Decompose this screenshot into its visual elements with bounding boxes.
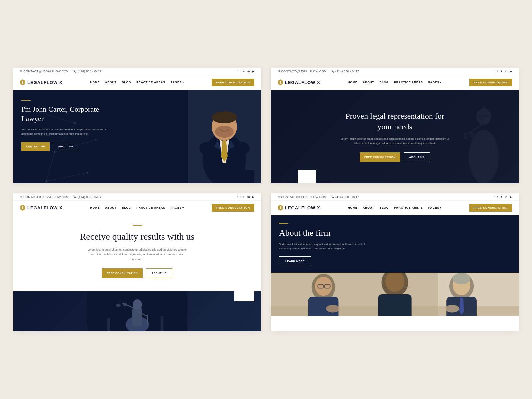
white-accent-block-3 <box>234 291 254 301</box>
hero-desc-3: Lorem ipsum dolor sit amet, consectetur … <box>87 247 187 262</box>
email-link-2[interactable]: ✉ CONTACT@LEGALFLOW.COM <box>278 70 327 73</box>
svg-point-19 <box>215 126 234 138</box>
top-bar-left-4: ✉ CONTACT@LEGALFLOW.COM 📞 (414) 850 - 04… <box>278 195 359 199</box>
nav-cta-3[interactable]: FREE CONSULTATION <box>212 204 254 212</box>
nav-practice-4[interactable]: PRACTICE AREAS <box>394 206 423 209</box>
nav-home-4[interactable]: HOME <box>348 206 358 209</box>
photo-section-4 <box>271 273 519 316</box>
svg-rect-25 <box>280 81 281 84</box>
instagram-icon-3[interactable]: ✦ <box>243 195 245 199</box>
twitter-icon-1[interactable]: t <box>240 70 241 73</box>
twitter-icon-2[interactable]: t <box>497 70 498 73</box>
linkedin-icon-3[interactable]: in <box>247 195 250 199</box>
logo-icon-3 <box>20 204 25 211</box>
nav-blog-3[interactable]: BLOG <box>122 206 131 209</box>
nav-pages-4[interactable]: PAGES ▾ <box>428 206 442 209</box>
statue-bg-3 <box>13 291 261 331</box>
nav-links-1: HOME ABOUT BLOG PRACTICE AREAS PAGES ▾ <box>90 81 184 84</box>
nav-blog-1[interactable]: BLOG <box>122 81 131 84</box>
contact-me-button[interactable]: CONTACT ME <box>21 142 50 151</box>
logo-2[interactable]: LEGALFLOW X <box>278 79 320 86</box>
phone-link-4[interactable]: 📞 (414) 850 - 0417 <box>331 195 359 199</box>
youtube-icon-2[interactable]: ▶ <box>510 70 512 73</box>
youtube-icon-4[interactable]: ▶ <box>510 195 512 199</box>
chevron-down-icon-2: ▾ <box>440 81 442 84</box>
linkedin-icon-4[interactable]: in <box>505 195 508 199</box>
nav-blog-4[interactable]: BLOG <box>380 206 389 209</box>
nav-pages-1[interactable]: PAGES ▾ <box>171 81 184 84</box>
logo-icon-4 <box>278 204 283 211</box>
svg-line-12 <box>46 173 87 181</box>
facebook-icon-4[interactable]: f <box>494 195 495 199</box>
about-us-button-3[interactable]: ABOUT US <box>146 268 173 278</box>
svg-rect-37 <box>22 206 23 209</box>
logo-1[interactable]: LEGALFLOW X <box>20 79 63 86</box>
nav-cta-2[interactable]: FREE CONSULTATION <box>469 79 512 86</box>
nav-pages-2[interactable]: PAGES ▾ <box>428 81 442 84</box>
phone-link-1[interactable]: 📞 (414) 850 - 0417 <box>73 70 102 73</box>
linkedin-icon-1[interactable]: in <box>247 70 250 73</box>
nav-blog-2[interactable]: BLOG <box>380 81 389 84</box>
twitter-icon-4[interactable]: t <box>497 195 498 199</box>
chevron-down-icon-1: ▾ <box>182 81 184 84</box>
top-bar-left-2: ✉ CONTACT@LEGALFLOW.COM 📞 (414) 850 - 04… <box>278 70 359 73</box>
facebook-icon-3[interactable]: f <box>237 195 238 199</box>
hero-3-white: Receive quality results with us Lorem ip… <box>13 215 261 292</box>
nav-about-4[interactable]: ABOUT <box>363 206 374 209</box>
twitter-icon-3[interactable]: t <box>240 195 241 199</box>
nav-pages-3[interactable]: PAGES ▾ <box>171 206 184 209</box>
top-bar-2: ✉ CONTACT@LEGALFLOW.COM 📞 (414) 850 - 04… <box>271 68 519 75</box>
card-1-lawyer: ✉ CONTACT@LEGALFLOW.COM 📞 (414) 850 - 04… <box>13 68 261 183</box>
hero-3-dark <box>13 291 261 331</box>
nav-4: LEGALFLOW X HOME ABOUT BLOG PRACTICE ARE… <box>271 201 519 215</box>
hero-title-1: I'm John Carter, Corporate Lawyer <box>21 105 108 124</box>
nav-about-2[interactable]: ABOUT <box>363 81 374 84</box>
facebook-icon-1[interactable]: f <box>237 70 238 73</box>
instagram-icon-1[interactable]: ✦ <box>243 70 245 73</box>
phone-icon-3: 📞 <box>73 195 77 198</box>
nav-home-2[interactable]: HOME <box>348 81 358 84</box>
nav-links-4: HOME ABOUT BLOG PRACTICE AREAS PAGES ▾ <box>348 206 442 209</box>
logo-3[interactable]: LEGALFLOW X <box>20 204 63 211</box>
nav-home-1[interactable]: HOME <box>90 81 100 84</box>
about-us-button-2[interactable]: ABOUT US <box>404 152 430 162</box>
free-consultation-button-2[interactable]: FREE CONSULTATION <box>360 152 400 162</box>
mail-icon-4: ✉ <box>278 195 280 198</box>
hero-desc-2: Lorem ipsum dolor sit amet, consectetur … <box>338 137 452 146</box>
email-link-4[interactable]: ✉ CONTACT@LEGALFLOW.COM <box>278 195 327 199</box>
logo-4[interactable]: LEGALFLOW X <box>278 204 320 211</box>
email-link-3[interactable]: ✉ CONTACT@LEGALFLOW.COM <box>20 195 69 199</box>
hero-accent-line-1 <box>21 100 31 101</box>
phone-icon-4: 📞 <box>331 195 334 198</box>
learn-more-button-4[interactable]: LEARN MORE <box>279 256 311 266</box>
phone-link-3[interactable]: 📞 (414) 850 - 0417 <box>73 195 102 199</box>
svg-point-18 <box>212 111 237 123</box>
nav-practice-2[interactable]: PRACTICE AREAS <box>394 81 423 84</box>
instagram-icon-2[interactable]: ✦ <box>500 70 503 73</box>
phone-icon-1: 📞 <box>73 70 77 73</box>
nav-cta-4[interactable]: FREE CONSULTATION <box>469 204 512 212</box>
svg-point-20 <box>199 142 218 155</box>
hero-accent-line-4 <box>279 223 288 224</box>
youtube-icon-1[interactable]: ▶ <box>252 70 254 73</box>
hero-4: About the firm Sed convallis tincidunt n… <box>271 215 519 316</box>
linkedin-icon-2[interactable]: in <box>505 70 508 73</box>
svg-rect-51 <box>280 206 281 209</box>
mail-icon-1: ✉ <box>20 70 22 73</box>
svg-rect-48 <box>107 318 110 331</box>
free-consultation-button-3[interactable]: FREE CONSULTATION <box>102 268 143 278</box>
facebook-icon-2[interactable]: f <box>494 70 495 73</box>
mail-icon-3: ✉ <box>20 195 22 198</box>
phone-link-2[interactable]: 📞 (414) 850 - 0417 <box>331 70 359 73</box>
nav-about-3[interactable]: ABOUT <box>105 206 116 209</box>
nav-home-3[interactable]: HOME <box>90 206 100 209</box>
instagram-icon-4[interactable]: ✦ <box>500 195 503 199</box>
youtube-icon-3[interactable]: ▶ <box>252 195 254 199</box>
nav-links-3: HOME ABOUT BLOG PRACTICE AREAS PAGES ▾ <box>90 206 184 209</box>
nav-cta-1[interactable]: FREE CONSULTATION <box>212 79 254 86</box>
email-link-1[interactable]: ✉ CONTACT@LEGALFLOW.COM <box>20 70 69 73</box>
nav-practice-3[interactable]: PRACTICE AREAS <box>136 206 165 209</box>
about-me-button[interactable]: ABOUT ME <box>53 142 78 151</box>
nav-practice-1[interactable]: PRACTICE AREAS <box>136 81 165 84</box>
nav-about-1[interactable]: ABOUT <box>105 81 116 84</box>
